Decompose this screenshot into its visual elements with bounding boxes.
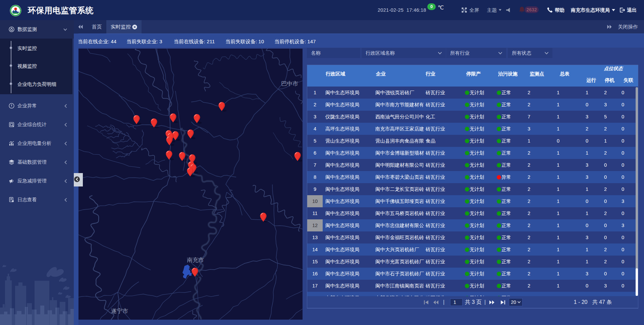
svg-text:遂宁市: 遂宁市: [111, 308, 128, 314]
svg-text:巴中市: 巴中市: [281, 80, 298, 87]
svg-text:南充市: 南充市: [187, 257, 204, 263]
